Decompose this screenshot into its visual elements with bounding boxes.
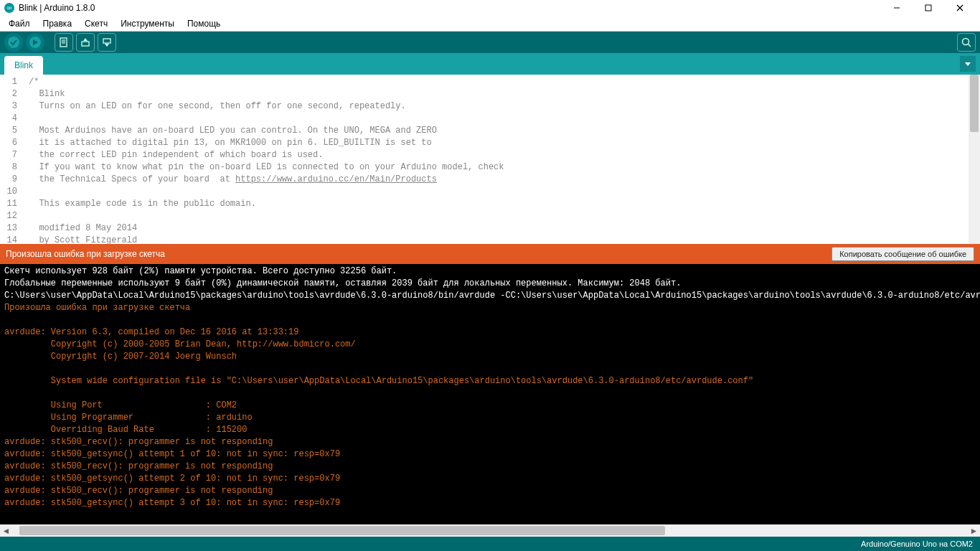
svg-marker-17: [965, 62, 971, 66]
error-message: Произошла ошибка при загрузке скетча: [6, 249, 165, 259]
titlebar: ∞ Blink | Arduino 1.8.0: [0, 0, 980, 16]
svg-rect-13: [103, 39, 110, 43]
board-port-label: Arduino/Genuino Uno на COM2: [861, 540, 973, 548]
copy-error-button[interactable]: Копировать сообщение об ошибке: [831, 247, 974, 261]
maximize-button[interactable]: [913, 0, 944, 16]
menu-sketch[interactable]: Скетч: [79, 17, 113, 30]
close-button[interactable]: [944, 0, 976, 16]
error-banner: Произошла ошибка при загрузке скетча Коп…: [0, 244, 980, 264]
menu-file[interactable]: Файл: [3, 17, 36, 30]
window-title: Blink | Arduino 1.8.0: [19, 3, 95, 13]
code-editor[interactable]: 1234567891011121314 /* Blink Turns on an…: [0, 75, 980, 244]
menu-help[interactable]: Помощь: [182, 17, 226, 30]
serial-monitor-button[interactable]: [957, 33, 976, 52]
tab-sketch[interactable]: Blink: [4, 56, 43, 75]
code-area[interactable]: /* Blink Turns on an LED on for one seco…: [22, 75, 980, 244]
svg-rect-11: [82, 42, 89, 46]
horizontal-scrollbar[interactable]: ◄ ►: [0, 524, 980, 537]
tab-menu-button[interactable]: [960, 56, 976, 72]
tabstrip: Blink: [0, 53, 980, 75]
verify-button[interactable]: [4, 33, 23, 52]
statusbar: Arduino/Genuino Uno на COM2: [0, 537, 980, 551]
open-button[interactable]: [76, 33, 95, 52]
svg-line-16: [968, 44, 971, 47]
line-gutter: 1234567891011121314: [0, 75, 22, 244]
svg-point-4: [8, 37, 19, 48]
svg-rect-1: [925, 5, 931, 11]
minimize-button[interactable]: [881, 0, 913, 16]
menu-edit[interactable]: Правка: [37, 17, 78, 30]
editor-vertical-scrollbar[interactable]: [969, 75, 980, 244]
arduino-icon: ∞: [4, 3, 14, 13]
svg-marker-14: [105, 44, 109, 47]
upload-button[interactable]: [26, 33, 44, 52]
save-button[interactable]: [98, 33, 116, 52]
menubar: Файл Правка Скетч Инструменты Помощь: [0, 16, 980, 32]
scroll-right-icon[interactable]: ►: [968, 524, 980, 537]
svg-marker-12: [83, 38, 88, 41]
output-console[interactable]: Скетч использует 928 байт (2%) памяти ус…: [0, 264, 980, 524]
scroll-left-icon[interactable]: ◄: [0, 524, 12, 537]
toolbar: [0, 32, 980, 53]
menu-tools[interactable]: Инструменты: [115, 17, 180, 30]
svg-rect-7: [60, 38, 67, 47]
new-button[interactable]: [55, 33, 73, 52]
